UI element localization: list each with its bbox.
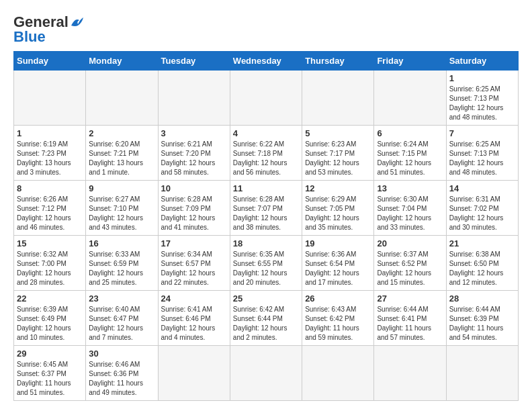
calendar-cell	[446, 346, 518, 401]
day-detail: Sunrise: 6:45 AMSunset: 6:37 PMDaylight:…	[17, 361, 71, 396]
day-detail: Sunrise: 6:34 AMSunset: 6:57 PMDaylight:…	[161, 250, 216, 286]
day-detail: Sunrise: 6:44 AMSunset: 6:41 PMDaylight:…	[377, 306, 431, 341]
day-detail: Sunrise: 6:42 AMSunset: 6:44 PMDaylight:…	[233, 306, 287, 341]
calendar-cell: 29 Sunrise: 6:45 AMSunset: 6:37 PMDaylig…	[14, 346, 86, 401]
day-number: 4	[233, 128, 299, 138]
day-number: 17	[161, 238, 227, 248]
day-number: 15	[17, 238, 83, 248]
calendar-cell: 5 Sunrise: 6:23 AMSunset: 7:17 PMDayligh…	[302, 126, 374, 181]
col-header-monday: Monday	[86, 52, 158, 71]
calendar-cell: 6 Sunrise: 6:24 AMSunset: 7:15 PMDayligh…	[374, 126, 446, 181]
day-detail: Sunrise: 6:22 AMSunset: 7:18 PMDaylight:…	[233, 140, 287, 176]
calendar-cell: 4 Sunrise: 6:22 AMSunset: 7:18 PMDayligh…	[230, 126, 302, 181]
col-header-saturday: Saturday	[446, 52, 518, 71]
day-number: 1	[17, 128, 83, 138]
calendar-cell	[86, 71, 158, 126]
day-detail: Sunrise: 6:37 AMSunset: 6:52 PMDaylight:…	[377, 250, 431, 286]
day-detail: Sunrise: 6:25 AMSunset: 7:13 PMDaylight:…	[449, 140, 504, 176]
day-number: 26	[305, 293, 371, 304]
calendar-cell: 28 Sunrise: 6:44 AMSunset: 6:39 PMDaylig…	[446, 291, 518, 346]
calendar-cell: 3 Sunrise: 6:21 AMSunset: 7:20 PMDayligh…	[158, 126, 230, 181]
calendar-row-5: 29 Sunrise: 6:45 AMSunset: 6:37 PMDaylig…	[14, 346, 519, 401]
day-number: 16	[89, 238, 154, 248]
calendar-cell: 16 Sunrise: 6:33 AMSunset: 6:59 PMDaylig…	[86, 236, 158, 291]
calendar-cell	[374, 71, 446, 126]
day-number: 5	[305, 128, 371, 138]
calendar-cell: 13 Sunrise: 6:30 AMSunset: 7:04 PMDaylig…	[374, 181, 446, 236]
day-detail: Sunrise: 6:19 AMSunset: 7:23 PMDaylight:…	[17, 140, 71, 176]
day-number: 23	[89, 293, 154, 304]
calendar-cell: 8 Sunrise: 6:26 AMSunset: 7:12 PMDayligh…	[14, 181, 86, 236]
day-detail: Sunrise: 6:26 AMSunset: 7:12 PMDaylight:…	[17, 195, 71, 231]
calendar-cell: 23 Sunrise: 6:40 AMSunset: 6:47 PMDaylig…	[86, 291, 158, 346]
col-header-thursday: Thursday	[302, 52, 374, 71]
day-number: 18	[233, 238, 299, 248]
day-number: 13	[377, 183, 443, 193]
calendar-row-3: 15 Sunrise: 6:32 AMSunset: 7:00 PMDaylig…	[14, 236, 519, 291]
calendar-cell	[374, 346, 446, 401]
day-number: 2	[89, 128, 154, 138]
day-detail: Sunrise: 6:28 AMSunset: 7:07 PMDaylight:…	[233, 195, 287, 231]
calendar-cell: 26 Sunrise: 6:43 AMSunset: 6:42 PMDaylig…	[302, 291, 374, 346]
day-number: 30	[89, 349, 154, 359]
day-number: 11	[233, 183, 299, 193]
day-number: 20	[377, 238, 443, 248]
day-number: 19	[305, 238, 371, 248]
day-detail: Sunrise: 6:44 AMSunset: 6:39 PMDaylight:…	[449, 306, 504, 341]
calendar-table: SundayMondayTuesdayWednesdayThursdayFrid…	[13, 51, 519, 401]
calendar-cell: 21 Sunrise: 6:38 AMSunset: 6:50 PMDaylig…	[446, 236, 518, 291]
day-detail: Sunrise: 6:31 AMSunset: 7:02 PMDaylight:…	[449, 195, 504, 231]
col-header-sunday: Sunday	[14, 52, 86, 71]
calendar-cell: 24 Sunrise: 6:41 AMSunset: 6:46 PMDaylig…	[158, 291, 230, 346]
day-number: 8	[17, 183, 83, 193]
calendar-cell	[14, 71, 86, 126]
day-detail: Sunrise: 6:30 AMSunset: 7:04 PMDaylight:…	[377, 195, 431, 231]
day-number: 1	[449, 73, 515, 83]
calendar-cell: 18 Sunrise: 6:35 AMSunset: 6:55 PMDaylig…	[230, 236, 302, 291]
calendar-row-0: 1 Sunrise: 6:25 AMSunset: 7:13 PMDayligh…	[14, 71, 519, 126]
day-number: 27	[377, 293, 443, 304]
logo-bird-icon	[70, 16, 85, 28]
calendar-row-1: 1 Sunrise: 6:19 AMSunset: 7:23 PMDayligh…	[14, 126, 519, 181]
day-number: 29	[17, 349, 83, 359]
day-detail: Sunrise: 6:41 AMSunset: 6:46 PMDaylight:…	[161, 306, 216, 341]
calendar-cell: 14 Sunrise: 6:31 AMSunset: 7:02 PMDaylig…	[446, 181, 518, 236]
calendar-cell: 19 Sunrise: 6:36 AMSunset: 6:54 PMDaylig…	[302, 236, 374, 291]
day-detail: Sunrise: 6:33 AMSunset: 6:59 PMDaylight:…	[89, 250, 143, 286]
calendar-header-row: SundayMondayTuesdayWednesdayThursdayFrid…	[14, 52, 519, 71]
calendar-row-4: 22 Sunrise: 6:39 AMSunset: 6:49 PMDaylig…	[14, 291, 519, 346]
calendar-cell: 1 Sunrise: 6:19 AMSunset: 7:23 PMDayligh…	[14, 126, 86, 181]
col-header-friday: Friday	[374, 52, 446, 71]
day-detail: Sunrise: 6:36 AMSunset: 6:54 PMDaylight:…	[305, 250, 359, 286]
day-detail: Sunrise: 6:28 AMSunset: 7:09 PMDaylight:…	[161, 195, 216, 231]
calendar-cell: 27 Sunrise: 6:44 AMSunset: 6:41 PMDaylig…	[374, 291, 446, 346]
day-number: 28	[449, 293, 515, 304]
day-detail: Sunrise: 6:46 AMSunset: 6:36 PMDaylight:…	[89, 361, 143, 396]
day-detail: Sunrise: 6:27 AMSunset: 7:10 PMDaylight:…	[89, 195, 143, 231]
calendar-row-2: 8 Sunrise: 6:26 AMSunset: 7:12 PMDayligh…	[14, 181, 519, 236]
calendar-cell: 1 Sunrise: 6:25 AMSunset: 7:13 PMDayligh…	[446, 71, 518, 126]
calendar-cell: 22 Sunrise: 6:39 AMSunset: 6:49 PMDaylig…	[14, 291, 86, 346]
day-detail: Sunrise: 6:39 AMSunset: 6:49 PMDaylight:…	[17, 306, 71, 341]
day-number: 14	[449, 183, 515, 193]
day-detail: Sunrise: 6:25 AMSunset: 7:13 PMDaylight:…	[449, 85, 504, 121]
day-detail: Sunrise: 6:24 AMSunset: 7:15 PMDaylight:…	[377, 140, 431, 176]
day-number: 9	[89, 183, 154, 193]
calendar-cell: 15 Sunrise: 6:32 AMSunset: 7:00 PMDaylig…	[14, 236, 86, 291]
calendar-body: 1 Sunrise: 6:25 AMSunset: 7:13 PMDayligh…	[14, 71, 519, 401]
day-detail: Sunrise: 6:29 AMSunset: 7:05 PMDaylight:…	[305, 195, 359, 231]
calendar-cell: 12 Sunrise: 6:29 AMSunset: 7:05 PMDaylig…	[302, 181, 374, 236]
day-detail: Sunrise: 6:43 AMSunset: 6:42 PMDaylight:…	[305, 306, 359, 341]
page-header: General Blue	[13, 13, 519, 46]
col-header-wednesday: Wednesday	[230, 52, 302, 71]
calendar-cell: 10 Sunrise: 6:28 AMSunset: 7:09 PMDaylig…	[158, 181, 230, 236]
calendar-cell	[158, 71, 230, 126]
calendar-cell	[230, 346, 302, 401]
calendar-cell: 9 Sunrise: 6:27 AMSunset: 7:10 PMDayligh…	[86, 181, 158, 236]
logo: General Blue	[13, 13, 85, 46]
col-header-tuesday: Tuesday	[158, 52, 230, 71]
day-number: 6	[377, 128, 443, 138]
day-detail: Sunrise: 6:35 AMSunset: 6:55 PMDaylight:…	[233, 250, 287, 286]
calendar-cell	[302, 346, 374, 401]
day-detail: Sunrise: 6:21 AMSunset: 7:20 PMDaylight:…	[161, 140, 216, 176]
